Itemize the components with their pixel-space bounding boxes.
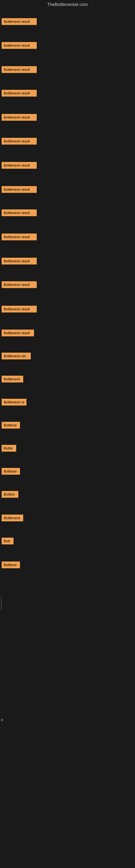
site-title: TheBottlenecker.com: [0, 0, 135, 8]
bottleneck-badge-21[interactable]: Bottlen: [2, 491, 18, 498]
bottleneck-badge-3[interactable]: Bottleneck result: [2, 66, 37, 73]
items-container: Bottleneck resultBottleneck resultBottle…: [0, 8, 135, 868]
bottleneck-badge-11[interactable]: Bottleneck result: [2, 258, 37, 265]
bottleneck-badge-4[interactable]: Bottleneck result: [2, 90, 37, 97]
bottleneck-badge-7[interactable]: Bottleneck result: [2, 162, 37, 169]
bottleneck-badge-9[interactable]: Bottleneck result: [2, 209, 37, 216]
bottleneck-badge-10[interactable]: Bottleneck result: [2, 234, 37, 240]
bottleneck-badge-17[interactable]: Bottleneck re: [2, 399, 27, 405]
page-container: TheBottlenecker.com Bottleneck resultBot…: [0, 0, 135, 868]
bottleneck-badge-14[interactable]: Bottleneck result: [2, 330, 34, 336]
bottleneck-badge-5[interactable]: Bottleneck result: [2, 114, 37, 121]
bottleneck-badge-15[interactable]: Bottleneck res: [2, 352, 31, 360]
vertical-indicator: [1, 597, 2, 610]
bottleneck-badge-13[interactable]: Bottleneck result: [2, 306, 37, 312]
bottleneck-badge-1[interactable]: Bottleneck result: [2, 18, 37, 25]
bottleneck-badge-22[interactable]: Bottleneck: [2, 515, 23, 521]
bottleneck-badge-12[interactable]: Bottleneck result: [2, 281, 37, 288]
bottleneck-badge-16[interactable]: Bottleneck: [2, 376, 23, 382]
bottleneck-badge-18[interactable]: Bottlene: [2, 422, 20, 429]
small-dot-indicator: [1, 719, 3, 721]
bottleneck-badge-20[interactable]: Bottlene: [2, 468, 20, 475]
bottleneck-badge-6[interactable]: Bottleneck result: [2, 138, 37, 145]
bottleneck-badge-19[interactable]: Bottle: [2, 445, 16, 452]
bottleneck-badge-8[interactable]: Bottleneck result: [2, 186, 37, 193]
bottleneck-badge-24[interactable]: Bottlene: [2, 561, 20, 568]
bottleneck-badge-23[interactable]: Bott: [2, 538, 13, 545]
bottleneck-badge-2[interactable]: Bottleneck result: [2, 42, 37, 49]
